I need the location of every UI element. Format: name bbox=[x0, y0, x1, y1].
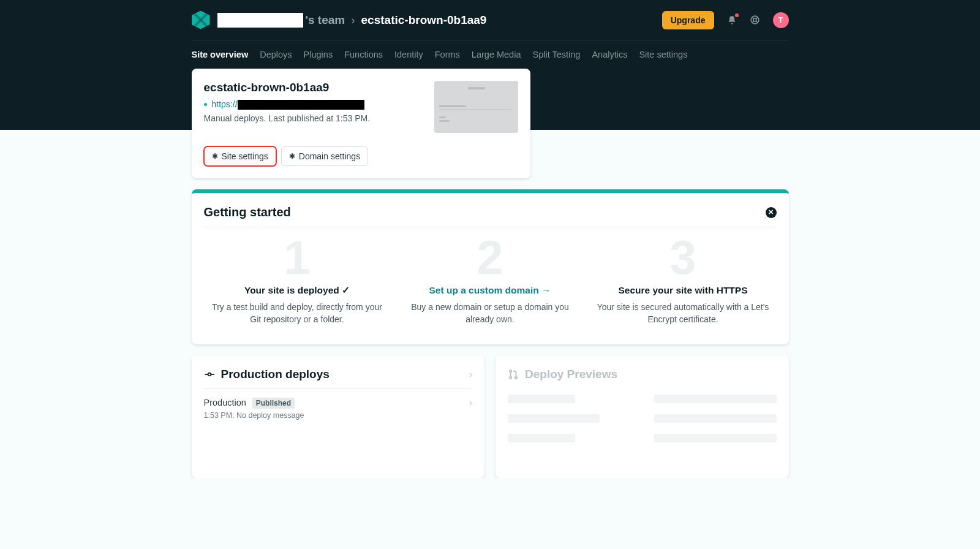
tab-split-testing[interactable]: Split Testing bbox=[532, 50, 580, 59]
breadcrumb-separator: › bbox=[351, 13, 355, 27]
site-url-redacted bbox=[238, 100, 364, 110]
site-settings-button-label: Site settings bbox=[222, 151, 268, 161]
notifications-bell-icon[interactable] bbox=[726, 15, 737, 26]
commit-icon bbox=[204, 369, 215, 380]
status-dot-icon bbox=[204, 103, 207, 106]
user-avatar[interactable]: T bbox=[773, 12, 789, 28]
step-1: 1 Your site is deployed ✓ Try a test bui… bbox=[204, 233, 391, 326]
gear-icon: ✱ bbox=[289, 152, 295, 161]
step-2-desc: Buy a new domain or setup a domain you a… bbox=[403, 301, 578, 326]
svg-point-9 bbox=[510, 370, 511, 372]
status-badge: Published bbox=[252, 398, 295, 409]
domain-settings-button[interactable]: ✱ Domain settings bbox=[281, 146, 368, 166]
domain-settings-button-label: Domain settings bbox=[299, 151, 360, 161]
close-icon[interactable]: ✕ bbox=[766, 207, 777, 218]
svg-point-1 bbox=[753, 18, 756, 21]
deploy-previews-card: Deploy Previews bbox=[496, 355, 789, 478]
deploy-subtext: 1:53 PM: No deploy message bbox=[204, 411, 304, 420]
step-3-title: Secure your site with HTTPS bbox=[596, 285, 771, 296]
chevron-right-icon[interactable]: › bbox=[469, 369, 472, 379]
step-number: 2 bbox=[403, 233, 578, 281]
tab-site-overview[interactable]: Site overview bbox=[192, 50, 249, 59]
tab-functions[interactable]: Functions bbox=[344, 50, 383, 59]
svg-point-10 bbox=[510, 376, 511, 378]
step-number: 1 bbox=[210, 233, 385, 281]
production-deploys-title: Production deploys bbox=[221, 368, 330, 381]
tab-plugins[interactable]: Plugins bbox=[304, 50, 333, 59]
step-1-title: Your site is deployed ✓ bbox=[210, 285, 385, 296]
gear-icon: ✱ bbox=[212, 152, 218, 161]
help-lifebuoy-icon[interactable] bbox=[750, 15, 761, 26]
getting-started-title: Getting started bbox=[204, 205, 291, 219]
breadcrumb-site-name[interactable]: ecstatic-brown-0b1aa9 bbox=[361, 13, 487, 27]
site-url-prefix: https:// bbox=[212, 99, 238, 109]
pull-request-icon bbox=[508, 369, 519, 380]
team-suffix[interactable]: 's team bbox=[306, 13, 345, 27]
step-1-desc: Try a test build and deploy, directly fr… bbox=[210, 301, 385, 326]
site-settings-button[interactable]: ✱ Site settings bbox=[204, 146, 276, 166]
tab-large-media[interactable]: Large Media bbox=[472, 50, 521, 59]
tab-analytics[interactable]: Analytics bbox=[592, 50, 627, 59]
deploy-row[interactable]: Production Published 1:53 PM: No deploy … bbox=[204, 398, 473, 420]
svg-line-3 bbox=[756, 21, 758, 23]
step-3-desc: Your site is secured automatically with … bbox=[596, 301, 771, 326]
svg-line-5 bbox=[756, 17, 758, 19]
upgrade-button[interactable]: Upgrade bbox=[662, 11, 714, 29]
tab-deploys[interactable]: Deploys bbox=[260, 50, 292, 59]
step-2[interactable]: 2 Set up a custom domain → Buy a new dom… bbox=[397, 233, 584, 326]
step-3: 3 Secure your site with HTTPS Your site … bbox=[590, 233, 777, 326]
tab-site-settings[interactable]: Site settings bbox=[639, 50, 687, 59]
deploy-env-label: Production bbox=[204, 398, 246, 407]
notification-dot bbox=[735, 13, 739, 17]
netlify-logo-icon[interactable] bbox=[192, 11, 210, 29]
chevron-right-icon[interactable]: › bbox=[469, 398, 472, 407]
site-title: ecstatic-brown-0b1aa9 bbox=[204, 81, 371, 94]
svg-point-11 bbox=[515, 376, 517, 378]
tab-identity[interactable]: Identity bbox=[394, 50, 423, 59]
svg-line-4 bbox=[752, 21, 754, 23]
breadcrumb: 's team › ecstatic-brown-0b1aa9 bbox=[217, 13, 487, 28]
site-deploy-meta: Manual deploys. Last published at 1:53 P… bbox=[204, 113, 371, 123]
getting-started-card: Getting started ✕ 1 Your site is deploye… bbox=[192, 189, 789, 344]
loading-skeleton bbox=[508, 395, 777, 442]
tab-forms[interactable]: Forms bbox=[435, 50, 460, 59]
site-thumbnail[interactable] bbox=[434, 81, 518, 133]
svg-line-2 bbox=[752, 17, 754, 19]
team-name-redacted bbox=[217, 13, 303, 28]
site-nav-tabs: Site overview Deploys Plugins Functions … bbox=[192, 40, 789, 69]
site-url-link[interactable]: https:// bbox=[212, 99, 364, 110]
step-number: 3 bbox=[596, 233, 771, 281]
deploy-previews-title: Deploy Previews bbox=[525, 368, 617, 381]
production-deploys-card: Production deploys › Production Publishe… bbox=[192, 355, 485, 478]
site-summary-card: ecstatic-brown-0b1aa9 https:// Manual de… bbox=[192, 69, 530, 178]
svg-point-6 bbox=[208, 373, 211, 376]
step-2-title[interactable]: Set up a custom domain → bbox=[403, 285, 578, 296]
